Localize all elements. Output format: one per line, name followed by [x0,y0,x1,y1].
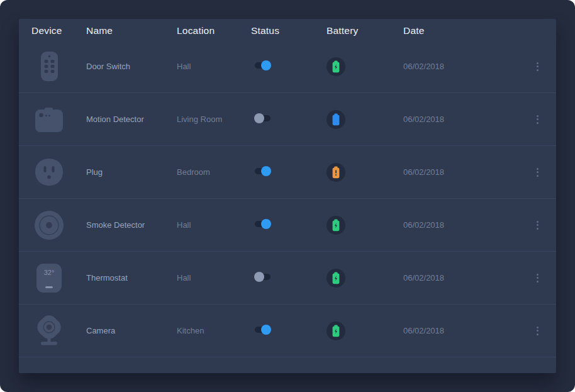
kebab-dot [537,281,539,283]
row-menu-button[interactable] [531,112,544,127]
kebab-dot [537,221,539,223]
kebab-dot [537,69,539,71]
row-menu-button[interactable] [531,165,544,180]
status-cell [251,166,327,179]
status-cell [251,219,327,232]
device-name: Door Switch [86,62,177,71]
table-body: Door Switch Hall 06/02/2018 [19,40,556,357]
battery-cell [327,216,403,235]
battery-indicator [327,322,345,340]
column-header-status: Status [251,25,327,36]
kebab-dot [537,327,539,328]
battery-icon [332,219,340,232]
kebab-dot [537,115,539,117]
battery-indicator [327,163,345,182]
battery-indicator [327,57,345,76]
battery-cell [327,110,403,129]
kebab-dot [537,274,539,276]
device-date: 06/02/2018 [403,167,521,177]
column-header-location: Location [177,25,251,36]
row-menu-button[interactable] [531,218,544,233]
row-menu-button[interactable] [531,323,544,339]
device-name: Plug [86,167,177,177]
table-row: Door Switch Hall 06/02/2018 [19,40,556,93]
device-icon-box: 32° [31,260,67,296]
table-header: Device Name Location Status Battery Date [19,19,556,40]
motion-detector-icon [31,101,67,138]
status-toggle[interactable] [254,219,271,229]
device-date: 06/02/2018 [403,62,521,71]
status-toggle[interactable] [254,272,271,282]
battery-cell [327,163,403,182]
battery-cell [327,269,403,288]
kebab-dot [537,333,539,335]
table-row: Camera Kitchen 06/02/2018 [19,305,556,357]
kebab-dot [537,168,539,170]
kebab-dot [537,171,539,173]
thermostat-icon: 32° [31,260,67,296]
battery-indicator [327,110,345,129]
device-cell: 32° [31,260,86,296]
toggle-knob [261,219,271,229]
battery-cell [327,57,403,76]
app-window: Device Name Location Status Battery Date… [0,0,575,392]
battery-cell [327,322,403,340]
column-header-name: Name [86,25,177,36]
device-date: 06/02/2018 [403,326,521,335]
device-location: Living Room [177,115,251,124]
device-date: 06/02/2018 [403,273,521,283]
column-header-battery: Battery [327,25,403,36]
smoke-detector-icon [31,207,67,244]
toggle-knob [254,113,264,123]
device-cell [31,101,86,138]
toggle-knob [261,166,271,176]
plug-icon [31,154,67,191]
kebab-dot [537,62,539,64]
svg-text:32°: 32° [44,269,55,276]
status-cell [251,113,327,126]
table-row: Smoke Detector Hall 06/02/2018 [19,199,556,252]
row-menu-button[interactable] [531,271,544,286]
kebab-dot [537,228,539,230]
battery-indicator [327,269,345,288]
toggle-knob [261,325,271,335]
device-table-panel: Device Name Location Status Battery Date… [19,19,556,373]
device-name: Camera [86,326,177,335]
status-toggle[interactable] [254,60,271,70]
device-date: 06/02/2018 [403,220,521,230]
toggle-knob [261,60,271,70]
kebab-dot [537,175,539,177]
device-cell [31,154,86,191]
status-cell [251,60,327,73]
device-icon-box [31,313,67,349]
device-icon-box [31,101,67,138]
device-icon-box [31,207,67,244]
column-header-device: Device [31,25,86,36]
device-location: Kitchen [177,326,251,335]
device-date: 06/02/2018 [403,115,521,124]
kebab-dot [537,118,539,120]
device-cell [31,313,86,349]
status-toggle[interactable] [254,113,271,123]
device-icon-box [31,48,67,85]
table-row: Plug Bedroom 06/02/2018 [19,146,556,199]
battery-icon [332,325,340,337]
device-cell [31,207,86,244]
battery-icon [332,272,340,284]
status-toggle[interactable] [254,325,271,335]
device-location: Hall [177,220,251,230]
status-cell [251,272,327,284]
table-row: Motion Detector Living Room 06/02/2018 [19,93,556,146]
device-cell [31,48,86,85]
battery-indicator [327,216,345,235]
device-location: Bedroom [177,167,251,177]
status-cell [251,325,327,337]
kebab-dot [537,65,539,67]
device-icon-box [31,154,67,191]
toggle-knob [254,272,264,282]
remote-icon [31,48,67,85]
row-menu-button[interactable] [531,59,544,74]
status-toggle[interactable] [254,166,271,176]
device-name: Thermostat [86,273,177,283]
camera-icon [31,313,67,349]
